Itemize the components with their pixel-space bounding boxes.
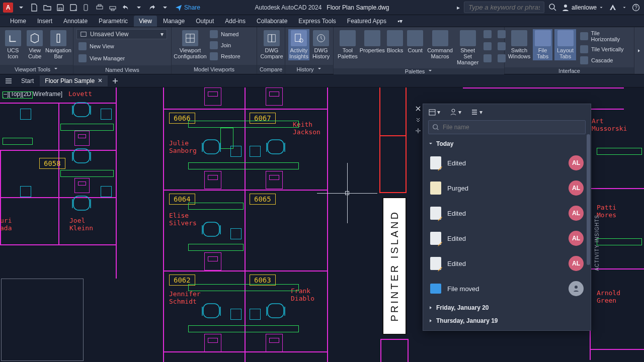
properties-button[interactable]: Properties xyxy=(361,29,384,54)
save-icon[interactable] xyxy=(55,3,65,13)
cascade-button[interactable]: Cascade xyxy=(578,55,631,65)
insight-row[interactable]: Edited AL xyxy=(423,150,591,175)
calendar-filter-icon[interactable]: ▾ xyxy=(428,108,440,116)
insight-row[interactable]: Purged AL xyxy=(423,175,591,201)
menu-parametric[interactable]: Parametric xyxy=(94,16,133,27)
equipment xyxy=(101,109,112,120)
section-today[interactable]: Today xyxy=(423,137,591,150)
menu-home[interactable]: Home xyxy=(5,16,31,27)
undo-dropdown-icon[interactable] xyxy=(134,3,144,13)
tile-horizontal-button[interactable]: Tile Horizontally xyxy=(578,29,631,43)
print-icon[interactable] xyxy=(108,3,118,13)
insights-search[interactable] xyxy=(428,120,586,134)
palette-extra3[interactable] xyxy=(481,53,494,63)
command-macros-button[interactable]: Command Macros xyxy=(426,29,454,60)
menu-view[interactable]: View xyxy=(134,16,157,27)
insights-search-input[interactable] xyxy=(428,120,586,134)
search-arrow-icon[interactable]: ▸ xyxy=(457,4,460,11)
desk xyxy=(597,238,642,245)
activity-insights-button[interactable]: Activity Insights xyxy=(288,29,309,60)
tab-start[interactable]: Start xyxy=(16,75,39,86)
desk xyxy=(188,121,299,128)
svg-rect-22 xyxy=(203,304,219,318)
layout-tabs-button[interactable]: Layout Tabs xyxy=(554,29,576,60)
scrollbar-thumb[interactable] xyxy=(587,134,590,265)
user-filter-icon[interactable]: ▾ xyxy=(449,108,461,116)
insight-row[interactable]: Edited AL xyxy=(423,201,591,226)
chair xyxy=(200,219,222,240)
menu-featured[interactable]: Featured Apps xyxy=(342,16,391,27)
plot-icon[interactable] xyxy=(95,3,105,13)
drawing-canvas[interactable]: [–][Top][2D Wireframe] 6058 6066 6067 60… xyxy=(0,87,644,362)
section-thu[interactable]: Thursday, January 19 xyxy=(423,314,591,327)
desk xyxy=(60,124,114,131)
navbar-button[interactable]: Navigation Bar xyxy=(47,29,70,60)
viewcube-button[interactable]: View Cube xyxy=(25,29,45,60)
insight-row[interactable]: File moved xyxy=(423,276,591,301)
menu-output[interactable]: Output xyxy=(191,16,219,27)
svg-point-6 xyxy=(549,4,554,9)
avatar: AL xyxy=(569,206,584,221)
user-name: allenlowe xyxy=(572,4,597,11)
menu-annotate[interactable]: Annotate xyxy=(58,16,93,27)
menu-express[interactable]: Express Tools xyxy=(293,16,341,27)
new-view-button[interactable]: New View xyxy=(76,41,116,51)
qat-dropdown-icon[interactable] xyxy=(16,3,26,13)
list-filter-icon[interactable]: ▾ xyxy=(470,108,482,116)
section-fri[interactable]: Friday, January 20 xyxy=(423,301,591,314)
app-icon[interactable]: A xyxy=(3,3,13,13)
svg-rect-23 xyxy=(268,304,284,318)
menu-collaborate[interactable]: Collaborate xyxy=(252,16,292,27)
tool-palettes-button[interactable]: Tool Palettes xyxy=(337,29,359,60)
switch-windows-button[interactable]: Switch Windows xyxy=(508,29,531,60)
restore-viewport-button[interactable]: Restore xyxy=(208,51,243,61)
search-icon[interactable] xyxy=(548,3,557,12)
desk xyxy=(188,162,299,169)
unsaved-view-dropdown[interactable]: Unsaved View ▾ xyxy=(76,29,167,39)
viewport-outline xyxy=(1,279,84,361)
join-viewport-button[interactable]: Join xyxy=(208,40,243,50)
undo-icon[interactable] xyxy=(121,3,131,13)
new-icon[interactable] xyxy=(29,3,39,13)
named-viewport-button[interactable]: Named xyxy=(208,29,243,39)
web-mobile-icon[interactable] xyxy=(82,3,92,13)
user-menu[interactable]: allenlowe xyxy=(561,4,604,12)
dwg-compare-button[interactable]: DWG Compare xyxy=(260,29,283,60)
view-manager-button[interactable]: View Manager xyxy=(76,53,127,63)
viewport-config-button[interactable]: Viewport Configuration xyxy=(175,29,206,60)
menu-extra-icon[interactable]: ▪▾ xyxy=(392,16,408,27)
menu-addins[interactable]: Add-ins xyxy=(220,16,251,27)
autodesk-app-icon[interactable] xyxy=(608,3,618,13)
saveas-icon[interactable] xyxy=(68,3,78,13)
panel-close-icon[interactable] xyxy=(413,104,423,113)
palette-extra2[interactable] xyxy=(481,41,494,51)
tab-floorplan[interactable]: Floor Plan Sample xyxy=(40,75,108,86)
menu-insert[interactable]: Insert xyxy=(32,16,57,27)
close-tab-icon[interactable] xyxy=(98,77,103,84)
redo-icon[interactable] xyxy=(147,3,157,13)
sheetset-manager-button[interactable]: Sheet Set Manager xyxy=(456,29,479,66)
ribbon-overflow-icon[interactable] xyxy=(634,27,643,74)
svg-rect-5 xyxy=(111,9,114,11)
menu-manage[interactable]: Manage xyxy=(158,16,190,27)
tile-vertical-button[interactable]: Tile Vertically xyxy=(578,44,631,54)
help-search-input[interactable] xyxy=(464,2,544,13)
ucs-icon-button[interactable]: UCS Icon xyxy=(3,29,23,60)
help-icon[interactable]: ? xyxy=(631,3,641,13)
hamburger-icon[interactable] xyxy=(2,74,15,87)
equipment xyxy=(250,309,261,320)
redo-dropdown-icon[interactable] xyxy=(160,3,170,13)
file-tabs-button[interactable]: File Tabs xyxy=(533,29,552,60)
insight-row[interactable]: Edited AL xyxy=(423,226,591,251)
panel-collapse-icon[interactable] xyxy=(413,115,423,124)
palette-extra1[interactable] xyxy=(481,29,494,39)
share-button[interactable]: Share xyxy=(175,4,200,11)
insight-row[interactable]: Edited AL xyxy=(423,251,591,276)
open-icon[interactable] xyxy=(42,3,52,13)
new-tab-icon[interactable] xyxy=(109,74,122,87)
count-button[interactable]: Count xyxy=(406,29,424,54)
name-lovett: Lovett xyxy=(68,90,92,98)
dwg-history-button[interactable]: DWG History xyxy=(311,29,331,60)
blocks-button[interactable]: Blocks xyxy=(386,29,404,54)
panel-settings-icon[interactable] xyxy=(413,126,423,135)
